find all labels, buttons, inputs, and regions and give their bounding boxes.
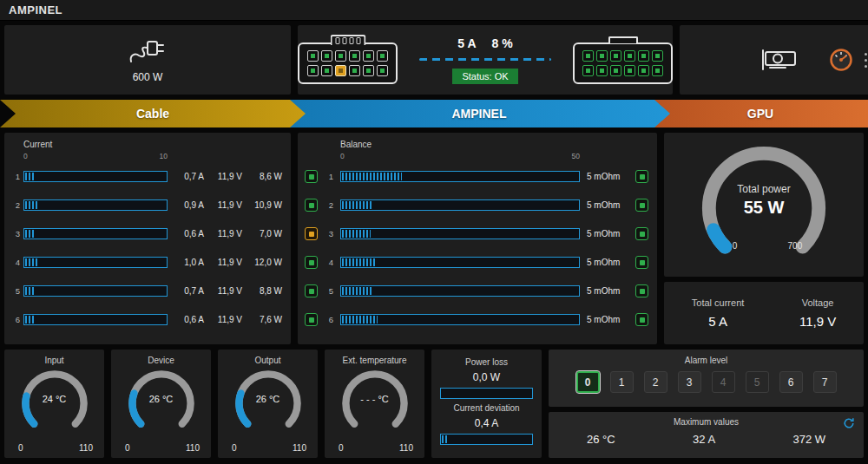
connector-pin-row	[582, 65, 663, 76]
connector-pin	[624, 50, 635, 62]
connector-pin-row	[307, 50, 388, 62]
gpu-column: Total power 55 W 0 700 Total current 5 A…	[664, 133, 864, 344]
power-value: 7,6 W	[246, 315, 282, 324]
power-value: 10,9 W	[246, 200, 282, 210]
balance-bar	[340, 314, 580, 325]
link-readings: 5 A 8 %	[457, 36, 512, 50]
balance-bar	[340, 285, 580, 297]
current-scale-row: 0 10	[11, 150, 282, 162]
scale-max: 10	[160, 152, 168, 160]
psu-card: 600 W	[4, 25, 291, 95]
voltage-value: 11,9 V	[207, 229, 242, 239]
alarm-level-0[interactable]: 0	[576, 371, 600, 393]
power-loss-label: Power loss	[465, 357, 508, 367]
gauge-max: 700	[788, 241, 803, 251]
current-row: 1 0,7 A 11,9 V 8,6 W	[11, 162, 282, 191]
connector-pin	[624, 65, 635, 76]
connector-pin	[638, 65, 649, 76]
psu-wattage: 600 W	[133, 71, 163, 83]
voltage-value: 11,9 V	[207, 286, 242, 296]
pin-index: 6	[11, 315, 20, 324]
gauge-value: - - - °C	[339, 363, 411, 435]
connector-pin	[335, 65, 346, 76]
status-led	[635, 170, 648, 183]
current-value: 1,0 A	[171, 258, 204, 267]
alarm-level-7[interactable]: 7	[813, 371, 837, 393]
current-row: 5 0,7 A 11,9 V 8,8 W	[11, 277, 282, 305]
connector-card: 5 A 8 % Status: OK	[298, 25, 673, 95]
alarm-level-5[interactable]: 5	[746, 371, 769, 393]
power-value: 8,8 W	[246, 286, 282, 296]
status-badge: Status: OK	[452, 69, 517, 84]
current-panel-title: Current	[23, 140, 168, 149]
voltage-value: 11,9 V	[207, 200, 242, 210]
connector-pin	[349, 50, 360, 62]
connector-pin	[610, 50, 621, 62]
link-load-percent: 8 %	[492, 36, 513, 50]
gauge-value: 26 °C	[232, 363, 305, 435]
status-led	[305, 227, 318, 240]
power-loss-card: Power loss 0,0 W Current deviation 0,4 A	[431, 350, 542, 458]
alarm-level-6[interactable]: 6	[779, 371, 803, 393]
input-temp-gauge: 24 °C	[18, 367, 91, 435]
ext-temp-gauge: - - - °C	[339, 367, 411, 435]
balance-scale-row: 0 50	[305, 150, 648, 162]
connector-pin-row	[307, 65, 388, 76]
gauge-min: 0	[18, 443, 23, 453]
link-current: 5 A	[457, 36, 476, 50]
voltage-value: 11,9 V	[207, 172, 242, 181]
current-row: 2 0,9 A 11,9 V 10,9 W	[11, 191, 282, 219]
gauge-value: 24 °C	[18, 363, 91, 435]
pin-index: 2	[325, 200, 333, 210]
connector-pin	[335, 50, 346, 62]
connector-pin	[321, 65, 332, 76]
current-deviation-label: Current deviation	[453, 403, 519, 413]
current-bar	[23, 199, 168, 211]
sense-pins	[330, 35, 365, 45]
balance-row: 3 5 mOhm	[305, 219, 648, 248]
reset-max-icon[interactable]	[843, 417, 855, 433]
alarm-level-label: Alarm level	[685, 356, 727, 365]
bottom-right-column: Alarm level 0 1 2 3 4 5 6 7 Maximum valu…	[549, 350, 864, 458]
gauge-min: 0	[232, 443, 237, 453]
dashboard: 600 W 5 A 8 % Status: OK	[0, 21, 868, 462]
current-value: 0,7 A	[171, 286, 204, 296]
pin-index: 1	[325, 172, 333, 181]
connector-pin	[307, 65, 319, 76]
balance-bar	[340, 171, 580, 182]
app-title: AMPINEL	[9, 3, 62, 16]
balance-row: 6 5 mOhm	[305, 305, 648, 334]
current-row: 3 0,6 A 11,9 V 7,0 W	[11, 219, 282, 248]
current-deviation-bar	[440, 434, 533, 445]
connector-pin	[349, 37, 353, 44]
alarm-level-1[interactable]: 1	[610, 371, 634, 393]
ext-temp-card: Ext. temperature - - - °C 0 110	[325, 350, 424, 458]
power-loss-bar	[440, 388, 533, 399]
resistance-value: 5 mOhm	[587, 315, 628, 324]
output-temp-gauge: 26 °C	[232, 367, 305, 435]
current-value: 0,6 A	[171, 315, 204, 324]
connector-pin	[610, 65, 621, 76]
alarm-level-3[interactable]: 3	[678, 371, 701, 393]
connector-latch	[608, 36, 638, 43]
alarm-level-2[interactable]: 2	[644, 371, 667, 393]
current-deviation-value: 0,4 A	[475, 417, 498, 429]
status-led	[305, 199, 318, 212]
gauge-icon[interactable]	[829, 48, 853, 72]
gpu-icon	[760, 48, 799, 72]
connector-pin	[596, 50, 608, 62]
resistance-value: 5 mOhm	[587, 286, 628, 296]
gpu-connector	[573, 42, 673, 84]
alarm-level-4[interactable]: 4	[712, 371, 735, 393]
gauge-label: Total power	[737, 183, 790, 195]
balance-row: 1 5 mOhm	[305, 162, 648, 191]
current-value: 0,6 A	[171, 229, 204, 239]
banner-ampinel: AMPINEL	[288, 100, 670, 127]
pin-index: 1	[11, 172, 20, 181]
total-power-value: 55 W	[744, 198, 785, 218]
menu-kebab-icon[interactable]	[863, 49, 868, 71]
voltage-value: 11,9 V	[207, 258, 242, 267]
status-led	[635, 313, 648, 326]
pin-index: 5	[11, 286, 20, 296]
power-plug-icon	[128, 36, 168, 68]
